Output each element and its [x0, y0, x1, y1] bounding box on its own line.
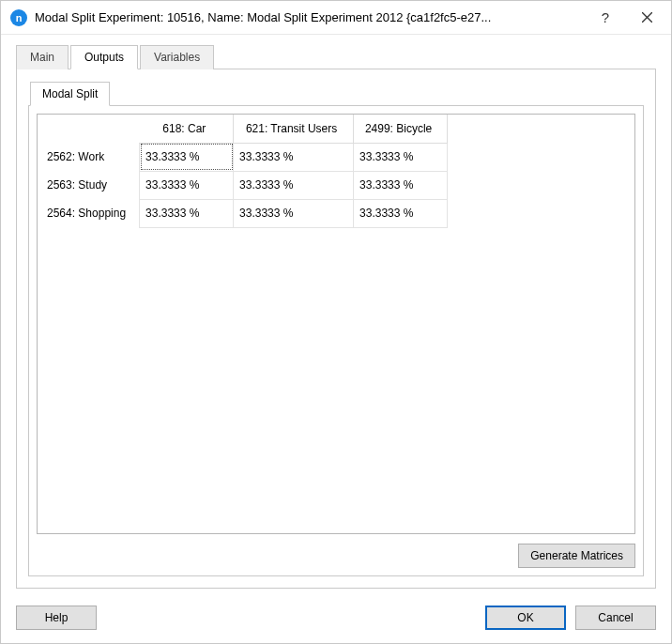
table-row: 2564: Shopping 33.3333 % 33.3333 % 33.33…	[38, 199, 448, 227]
ok-button[interactable]: OK	[485, 606, 566, 630]
inner-tab-modal-split[interactable]: Modal Split	[30, 82, 110, 106]
row-header[interactable]: 2562: Work	[38, 143, 140, 171]
row-header[interactable]: 2563: Study	[38, 171, 140, 199]
tab-main[interactable]: Main	[16, 45, 69, 69]
modal-split-grid: 618: Car 621: Transit Users 2499: Bicycl…	[37, 114, 635, 534]
table-row: 2563: Study 33.3333 % 33.3333 % 33.3333 …	[38, 171, 448, 199]
grid-cell[interactable]: 33.3333 %	[234, 171, 354, 199]
grid-cell[interactable]: 33.3333 %	[354, 199, 448, 227]
dialog-body: Main Outputs Variables Modal Split	[1, 35, 671, 643]
col-header[interactable]: 2499: Bicycle	[354, 115, 448, 143]
grid-cell[interactable]: 33.3333 %	[234, 143, 354, 171]
titlebar: n Modal Split Experiment: 10516, Name: M…	[1, 1, 671, 35]
grid-cell[interactable]: 33.3333 %	[234, 199, 354, 227]
generate-matrices-button[interactable]: Generate Matrices	[518, 544, 635, 568]
col-header[interactable]: 621: Transit Users	[234, 115, 354, 143]
window-title: Modal Split Experiment: 10516, Name: Mod…	[35, 10, 585, 24]
help-icon[interactable]: ?	[585, 3, 626, 33]
app-icon: n	[10, 9, 27, 26]
grid-cell[interactable]: 33.3333 %	[140, 143, 234, 171]
grid-cell[interactable]: 33.3333 %	[354, 143, 448, 171]
grid-cell[interactable]: 33.3333 %	[140, 199, 234, 227]
help-button[interactable]: Help	[16, 606, 97, 630]
table-row: 2562: Work 33.3333 % 33.3333 % 33.3333 %	[38, 143, 448, 171]
inner-tab-strip: Modal Split	[30, 81, 644, 105]
grid-cell[interactable]: 33.3333 %	[354, 171, 448, 199]
dialog-window: n Modal Split Experiment: 10516, Name: M…	[0, 0, 672, 644]
tab-outputs[interactable]: Outputs	[70, 45, 138, 69]
row-header[interactable]: 2564: Shopping	[38, 199, 140, 227]
cancel-button[interactable]: Cancel	[575, 606, 656, 630]
inner-panel-modal-split: 618: Car 621: Transit Users 2499: Bicycl…	[28, 105, 644, 576]
col-header[interactable]: 618: Car	[140, 115, 234, 143]
main-tab-strip: Main Outputs Variables	[16, 44, 656, 69]
grid-header-row: 618: Car 621: Transit Users 2499: Bicycl…	[38, 115, 448, 143]
generate-row: Generate Matrices	[37, 544, 635, 568]
tab-variables[interactable]: Variables	[140, 45, 214, 69]
tab-panel-outputs: Modal Split 618:	[16, 69, 656, 589]
dialog-footer: Help OK Cancel	[16, 594, 656, 630]
grid-corner	[38, 115, 140, 143]
grid-cell[interactable]: 33.3333 %	[140, 171, 234, 199]
close-icon[interactable]	[626, 3, 667, 33]
